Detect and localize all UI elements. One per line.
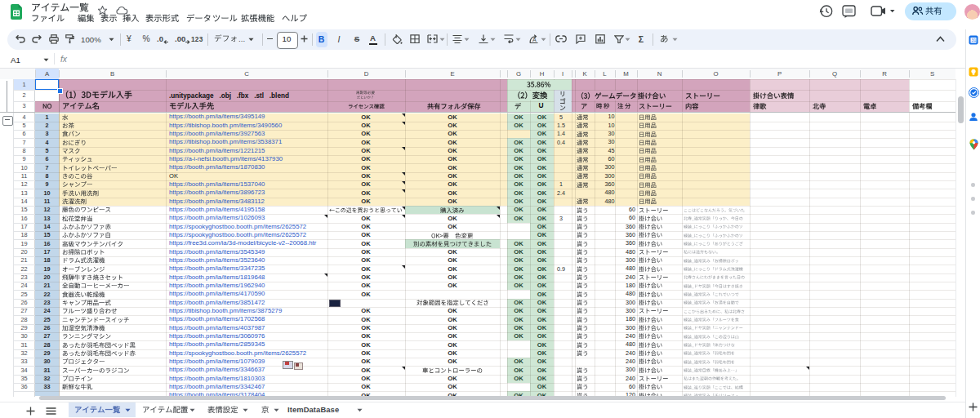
- svg-text:31: 31: [971, 38, 976, 42]
- svg-text:A: A: [532, 37, 537, 42]
